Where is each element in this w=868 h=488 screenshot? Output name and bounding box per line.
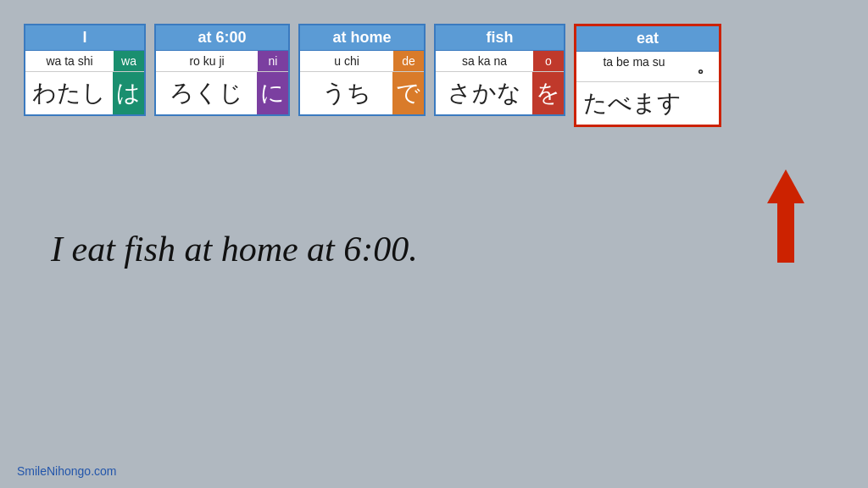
- card-at600: at 6:00 ro ku ji ni ろくじ に: [154, 24, 290, 116]
- card-at600-kana-particle: に: [257, 72, 288, 114]
- card-fish-header: fish: [436, 25, 564, 51]
- card-fish-particle: o: [533, 51, 564, 71]
- card-athome-romaji: u chi: [300, 51, 393, 71]
- card-fish-romaji: sa ka na: [436, 51, 533, 71]
- main-sentence: I eat fish at home at 6:00.: [51, 229, 817, 269]
- card-athome-particle: de: [393, 51, 424, 71]
- watermark: SmileNihongo.com: [17, 464, 117, 478]
- card-eat-header: eat: [576, 26, 719, 52]
- card-i: I wa ta shi wa わたし は: [24, 24, 146, 116]
- card-athome-romaji-row: u chi de: [300, 51, 424, 71]
- card-eat: eat ta be ma su 。 たべます 。: [574, 24, 721, 127]
- card-athome-header: at home: [300, 25, 424, 51]
- card-eat-romaji: ta be ma su: [576, 52, 692, 81]
- card-athome-kana: うち: [300, 72, 392, 114]
- card-fish-kana-particle: を: [532, 72, 564, 114]
- card-i-romaji: wa ta shi: [25, 51, 114, 71]
- card-i-romaji-row: wa ta shi wa: [25, 51, 144, 71]
- card-fish-romaji-row: sa ka na o: [436, 51, 564, 71]
- card-at600-kana: ろくじ: [156, 72, 257, 114]
- card-eat-kana-particle: 。: [688, 82, 719, 125]
- card-at600-particle: ni: [258, 51, 288, 71]
- card-at600-romaji: ro ku ji: [156, 51, 258, 71]
- card-i-kana-row: わたし は: [25, 71, 144, 114]
- card-at600-header: at 6:00: [156, 25, 288, 51]
- card-athome-kana-row: うち で: [300, 71, 424, 114]
- card-eat-particle: 。: [692, 52, 719, 81]
- card-at600-kana-row: ろくじ に: [156, 71, 288, 114]
- card-fish-kana: さかな: [436, 72, 532, 114]
- card-fish-kana-row: さかな を: [436, 71, 564, 114]
- card-athome-kana-particle: で: [392, 72, 424, 114]
- card-i-particle: wa: [114, 51, 144, 71]
- card-i-header: I: [25, 25, 144, 51]
- card-eat-romaji-row: ta be ma su 。: [576, 52, 719, 81]
- card-athome: at home u chi de うち で: [298, 24, 426, 116]
- arrow-up-triangle: [767, 169, 804, 203]
- card-at600-romaji-row: ro ku ji ni: [156, 51, 288, 71]
- card-eat-kana: たべます: [576, 82, 688, 125]
- card-i-kana: わたし: [25, 72, 113, 114]
- card-i-kana-particle: は: [113, 72, 144, 114]
- card-fish: fish sa ka na o さかな を: [434, 24, 565, 116]
- card-eat-kana-row: たべます 。: [576, 81, 719, 125]
- sentence-container: I eat fish at home at 6:00.: [51, 229, 817, 269]
- cards-row: I wa ta shi wa わたし は at 6:00 ro ku ji ni…: [24, 24, 844, 127]
